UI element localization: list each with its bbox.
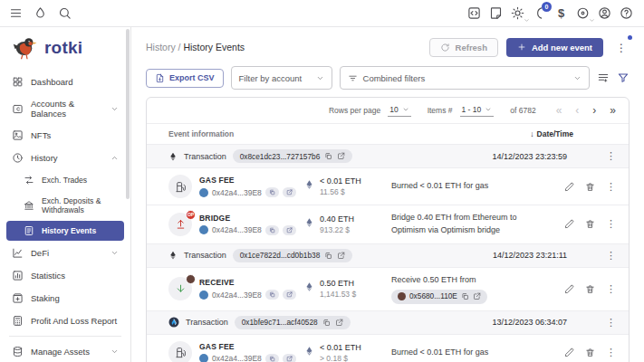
tx-hash-chip[interactable]: 0x8ce1dc23...727157b6	[233, 149, 353, 163]
export-csv-button[interactable]: Export CSV	[146, 69, 224, 88]
table-pagination: Rows per page 10 Items # 1 - 10 of 6782 …	[147, 98, 629, 123]
copy-icon[interactable]	[322, 319, 331, 327]
column-date-time[interactable]: ↓ Date/Time	[530, 129, 573, 138]
copy-icon[interactable]	[461, 292, 469, 300]
refresh-button[interactable]: Refresh	[429, 38, 498, 57]
bridge-withdraw-icon: OP	[168, 213, 192, 236]
sidebar-item-exch-deposits-withdrawals[interactable]: Exch. Deposits & Withdrawals	[6, 192, 124, 219]
delete-trash-icon[interactable]	[585, 182, 595, 192]
edit-pencil-icon[interactable]	[564, 219, 574, 229]
copy-icon[interactable]	[265, 225, 279, 235]
edit-pencil-icon[interactable]	[564, 284, 574, 294]
next-page-button[interactable]: ›	[592, 105, 596, 116]
counterparty-address-chip[interactable]: 0x5680...110E	[391, 290, 487, 304]
sidebar-item-staking[interactable]: Staking	[6, 288, 124, 309]
sidebar-item-nfts[interactable]: NFTs	[6, 125, 124, 146]
copy-icon[interactable]	[265, 354, 279, 362]
breadcrumb-parent[interactable]: History	[146, 42, 176, 52]
ethereum-icon	[168, 150, 178, 163]
last-page-button[interactable]: »	[610, 105, 616, 116]
previous-page-button[interactable]: ‹	[575, 105, 579, 116]
row-menu-button[interactable]: ⋮	[606, 284, 616, 294]
vertical-dots-icon: ⋮	[616, 42, 627, 54]
total-items-label: of 6782	[510, 106, 535, 115]
row-menu-button[interactable]: ⋮	[606, 151, 616, 161]
first-page-button[interactable]: «	[556, 105, 562, 116]
copy-icon[interactable]	[324, 152, 332, 160]
account-avatar	[199, 225, 208, 234]
currency-dollar-icon[interactable]: $	[554, 6, 568, 20]
premium-drop-icon[interactable]	[34, 6, 47, 20]
tasks-indicator-icon[interactable]: 0	[533, 6, 546, 20]
privacy-mode-icon[interactable]	[576, 6, 590, 20]
eth-asset-icon	[304, 280, 314, 294]
chevron-down-icon	[589, 17, 595, 24]
sidebar-item-profit-loss-report[interactable]: Profit And Loss Report	[6, 310, 124, 331]
search-icon[interactable]	[58, 6, 72, 20]
menu-notification-dot	[628, 35, 632, 40]
sidebar-item-statistics[interactable]: Statistics	[6, 265, 124, 286]
copy-icon[interactable]	[265, 290, 279, 300]
sidebar-item-exch-trades[interactable]: Exch. Trades	[6, 170, 124, 190]
row-menu-button[interactable]: ⋮	[606, 219, 616, 229]
table-row: RECEIVE 0x42a4...39E8 0.50 ETH 1,141.53	[147, 268, 629, 311]
sidebar-item-dashboard[interactable]: Dashboard	[6, 71, 124, 92]
event-amount: < 0.01 ETH	[320, 176, 361, 186]
row-menu-button[interactable]: ⋮	[606, 318, 616, 328]
account-address: 0x42a4...39E8	[212, 354, 262, 362]
row-menu-button[interactable]: ⋮	[606, 251, 616, 261]
edit-pencil-icon[interactable]	[564, 182, 574, 192]
sidebar-item-accounts-balances[interactable]: Accounts & Balances	[6, 94, 124, 123]
row-menu-button[interactable]: ⋮	[606, 348, 616, 357]
filter-funnel-icon[interactable]	[617, 71, 630, 84]
edit-pencil-icon[interactable]	[564, 348, 574, 357]
tx-hash-chip[interactable]: 0x1ce7822d...cd0b1b38	[233, 249, 353, 262]
account-address: 0x42a4...39E8	[212, 188, 262, 197]
code-box-icon[interactable]	[467, 6, 481, 20]
event-note: Burned < 0.01 ETH for gas	[391, 180, 553, 193]
external-link-icon[interactable]	[283, 290, 296, 300]
external-link-icon[interactable]	[283, 187, 296, 197]
menu-icon[interactable]	[9, 6, 23, 20]
app-logo[interactable]: rotki	[0, 27, 130, 70]
items-range-select[interactable]: 1 - 10	[460, 104, 495, 117]
row-menu-button[interactable]: ⋮	[606, 182, 616, 192]
delete-trash-icon[interactable]	[585, 219, 595, 229]
theme-sun-icon[interactable]	[511, 6, 524, 20]
eth-asset-icon	[304, 177, 314, 192]
copy-icon[interactable]	[324, 252, 332, 260]
rows-per-page-select[interactable]: 10	[388, 104, 410, 117]
delete-trash-icon[interactable]	[585, 284, 595, 294]
filter-by-account-select[interactable]: Filter by account	[231, 66, 332, 90]
sidebar-item-defi[interactable]: DeFi	[6, 243, 124, 263]
external-link-icon[interactable]	[337, 252, 345, 260]
copy-icon[interactable]	[265, 187, 279, 197]
tx-hash-chip[interactable]: 0x1bfe9c71...acf40528	[235, 316, 351, 329]
sidebar-item-manage-assets[interactable]: Manage Assets	[6, 341, 124, 362]
top-app-bar: 0 $	[0, 0, 644, 27]
gas-fee-icon	[168, 175, 192, 198]
plus-icon	[517, 43, 526, 52]
combined-filters-select[interactable]: Combined filters	[340, 66, 590, 90]
sidebar-item-history-events[interactable]: History Events	[6, 221, 124, 241]
delete-trash-icon[interactable]	[585, 348, 595, 357]
help-icon[interactable]	[620, 6, 633, 20]
add-new-event-button[interactable]: Add new event	[506, 38, 603, 57]
account-icon[interactable]	[598, 6, 611, 20]
main-content: History / History Events Refresh Add new…	[131, 27, 644, 362]
sidebar-item-history[interactable]: History	[6, 148, 124, 168]
sidebar-scrollbar[interactable]	[126, 29, 130, 199]
notes-icon[interactable]	[489, 6, 503, 20]
chevron-down-icon	[111, 105, 119, 113]
page-overflow-menu[interactable]: ⋮	[613, 37, 630, 57]
external-link-icon[interactable]	[337, 152, 345, 160]
optimism-badge: OP	[186, 210, 196, 220]
external-link-icon[interactable]	[283, 354, 296, 362]
external-link-icon[interactable]	[283, 225, 296, 235]
external-link-icon[interactable]	[335, 319, 343, 327]
external-link-icon[interactable]	[473, 292, 481, 300]
rotki-bird-logo	[11, 35, 38, 61]
table-settings-icon[interactable]	[597, 71, 610, 84]
items-label: Items #	[428, 106, 453, 115]
eth-asset-icon	[304, 344, 314, 358]
